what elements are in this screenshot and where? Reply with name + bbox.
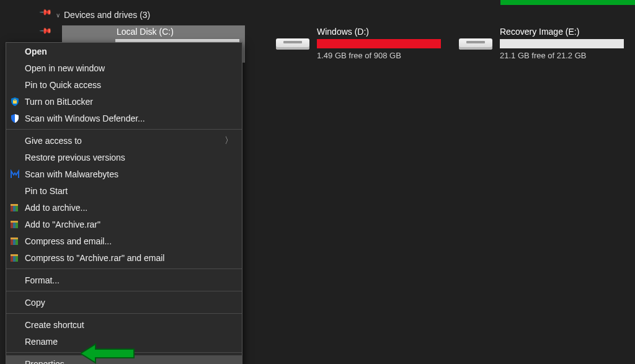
drive-usage-bar	[500, 39, 624, 48]
menu-item-label: Scan with Malwarebytes	[25, 169, 118, 179]
menu-item-label: Restore previous versions	[25, 153, 125, 162]
section-header[interactable]: ∨ Devices and drives (3)	[56, 10, 150, 20]
menu-item[interactable]: Turn on BitLocker	[6, 93, 242, 110]
pin-icon: 📌	[39, 6, 53, 19]
context-menu: OpenOpen in new windowPin to Quick acces…	[6, 42, 242, 364]
disk-icon	[276, 35, 309, 52]
menu-item-label: Scan with Windows Defender...	[25, 113, 145, 123]
drive-free-text: 1.49 GB free of 908 GB	[317, 51, 401, 60]
drive-free-text: 21.1 GB free of 21.2 GB	[500, 51, 586, 60]
shield-lock-icon	[10, 97, 20, 107]
svg-rect-9	[11, 221, 18, 223]
menu-item-label: Pin to Quick access	[25, 80, 101, 90]
books-icon	[10, 253, 20, 263]
drive-usage-bar	[317, 39, 441, 48]
menu-item-label: Pin to Start	[25, 186, 68, 196]
menu-item[interactable]: Pin to Quick access	[6, 76, 242, 93]
books-icon	[10, 236, 20, 246]
m-logo-icon	[10, 169, 20, 179]
svg-marker-18	[81, 344, 134, 363]
menu-item[interactable]: Pin to Start	[6, 182, 242, 199]
menu-item[interactable]: Open in new window	[6, 60, 242, 76]
svg-rect-13	[11, 237, 18, 239]
menu-item[interactable]: Compress to "Archive.rar" and email	[6, 249, 242, 266]
drive-name: Recovery Image (E:)	[500, 27, 579, 37]
menu-item-label: Rename	[25, 337, 58, 347]
pin-icon: 📌	[39, 24, 53, 38]
menu-item[interactable]: Scan with Windows Defender...	[6, 110, 242, 127]
drive-name: Windows (D:)	[317, 27, 369, 37]
menu-item-label: Give access to	[25, 136, 82, 146]
shield-icon	[10, 113, 20, 123]
section-title: Devices and drives (3)	[64, 10, 150, 20]
menu-item[interactable]: Add to archive...	[6, 199, 242, 216]
menu-item[interactable]: Format...	[6, 272, 242, 288]
menu-item-label: Compress and email...	[25, 236, 112, 246]
menu-separator	[6, 129, 242, 130]
menu-item-label: Format...	[25, 275, 60, 285]
menu-item-label: Copy	[25, 298, 45, 308]
annotation-arrow-icon	[81, 343, 136, 364]
menu-item[interactable]: Restore previous versions	[6, 149, 242, 166]
menu-item[interactable]: Copy	[6, 294, 242, 311]
drive-item[interactable]: Recovery Image (E:)21.1 GB free of 21.2 …	[446, 25, 629, 63]
menu-item[interactable]: Create shortcut	[6, 316, 242, 333]
menu-separator	[6, 291, 242, 291]
menu-separator	[6, 313, 242, 314]
menu-item[interactable]: Add to "Archive.rar"	[6, 216, 242, 233]
menu-item[interactable]: Compress and email...	[6, 233, 242, 249]
menu-item-label: Compress to "Archive.rar" and email	[25, 253, 164, 263]
top-accent-bar	[500, 0, 635, 5]
drive-item[interactable]: Windows (D:)1.49 GB free of 908 GB	[264, 25, 446, 63]
books-icon	[10, 220, 20, 229]
menu-item-label: Add to archive...	[25, 203, 87, 213]
chevron-right-icon: 〉	[224, 135, 233, 146]
svg-rect-17	[11, 254, 18, 256]
menu-item[interactable]: Open	[6, 43, 242, 60]
disk-icon	[459, 35, 492, 52]
menu-item-label: Turn on BitLocker	[25, 97, 93, 107]
svg-rect-5	[11, 204, 18, 206]
menu-item-label: Create shortcut	[25, 320, 84, 330]
menu-item[interactable]: Scan with Malwarebytes	[6, 166, 242, 182]
drive-name: Local Disk (C:)	[117, 27, 174, 37]
menu-item-label: Open	[25, 47, 47, 56]
menu-item-label: Open in new window	[25, 63, 105, 73]
books-icon	[10, 203, 20, 213]
menu-item[interactable]: Give access to〉	[6, 132, 242, 149]
menu-item-label: Add to "Archive.rar"	[25, 220, 100, 229]
chevron-down-icon: ∨	[56, 12, 60, 19]
menu-item-label: Properties	[25, 359, 64, 365]
menu-separator	[6, 269, 242, 269]
